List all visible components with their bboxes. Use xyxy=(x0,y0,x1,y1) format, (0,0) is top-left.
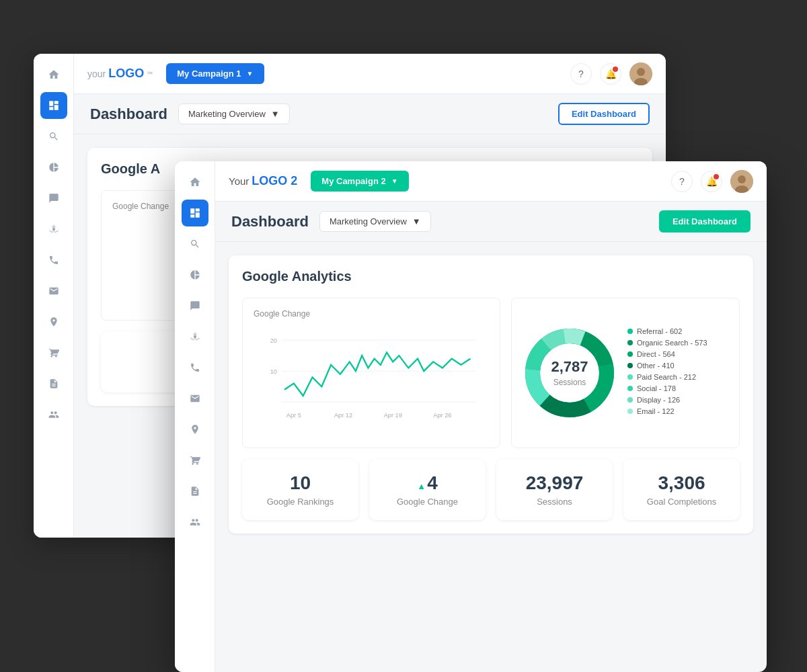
sidebar-phone-back[interactable] xyxy=(40,247,67,274)
logo-name-front: LOGO 2 xyxy=(252,174,297,188)
sidebar-users-front[interactable] xyxy=(182,509,208,536)
stat-card-0: 10 Google Rankings xyxy=(242,459,358,520)
stat-label-0: Google Rankings xyxy=(256,497,345,507)
legend-dot-1 xyxy=(627,340,633,345)
stat-card-3: 3,306 Goal Completions xyxy=(623,459,740,520)
svg-point-2 xyxy=(637,68,645,76)
sidebar-satellite-front[interactable] xyxy=(182,323,208,350)
marketing-dropdown-front[interactable]: Marketing Overview ▼ xyxy=(319,211,431,232)
donut-wrapper: 2,787 Sessions xyxy=(523,326,617,420)
legend-item-7: Email - 122 xyxy=(627,407,728,415)
dash-header-back: Dashboard Marketing Overview ▼ Edit Dash… xyxy=(74,94,666,134)
sidebar-satellite-back[interactable] xyxy=(40,216,67,243)
donut-chart-front: 2,787 Sessions Referral - 602 xyxy=(511,298,740,448)
window-front: Your LOGO 2 My Campaign 2 ▼ ? 🔔 Dashboar… xyxy=(175,161,767,672)
logo-name-back: LOGO xyxy=(108,67,144,81)
sidebar-location-front[interactable] xyxy=(182,416,208,443)
svg-text:Apr 26: Apr 26 xyxy=(433,412,451,419)
legend-dot-4 xyxy=(627,374,633,380)
svg-point-0 xyxy=(52,228,55,230)
sidebar-search-back[interactable] xyxy=(40,123,67,150)
donut-center: 2,787 Sessions xyxy=(551,358,588,388)
notification-btn-back[interactable]: 🔔 xyxy=(600,63,621,85)
legend-dot-3 xyxy=(627,363,633,368)
legend-item-0: Referral - 602 xyxy=(627,327,728,335)
sidebar-home-front[interactable] xyxy=(182,169,208,196)
sidebar-doc-front[interactable] xyxy=(182,478,208,505)
sidebar-back xyxy=(34,54,74,538)
stat-value-0: 10 xyxy=(256,472,345,494)
logo-your-front: Your xyxy=(229,175,249,187)
legend-item-4: Paid Search - 212 xyxy=(627,373,728,381)
stat-card-1: ▲4 Google Change xyxy=(369,459,486,520)
sidebar-users-back[interactable] xyxy=(40,401,67,428)
topbar-right-front: ? 🔔 xyxy=(671,170,753,193)
stat-value-2: 23,997 xyxy=(510,472,599,494)
donut-legend: Referral - 602 Organic Search - 573 Dire… xyxy=(627,327,728,419)
notification-btn-front[interactable]: 🔔 xyxy=(701,171,722,192)
dash-title-front: Dashboard xyxy=(231,213,309,230)
legend-dot-5 xyxy=(627,386,633,391)
stat-value-1: ▲4 xyxy=(383,472,472,494)
sidebar-chat-front[interactable] xyxy=(182,292,208,319)
logo-front: Your LOGO 2 xyxy=(229,174,297,188)
svg-text:Apr 19: Apr 19 xyxy=(384,412,402,419)
edit-dashboard-btn-front[interactable]: Edit Dashboard xyxy=(659,210,751,233)
sidebar-dashboard-back[interactable] xyxy=(40,92,67,119)
sidebar-home-back[interactable] xyxy=(40,61,67,88)
dash-title-back: Dashboard xyxy=(90,106,167,123)
stat-label-2: Sessions xyxy=(510,497,599,507)
sidebar-phone-front[interactable] xyxy=(182,354,208,381)
sidebar-pie-front[interactable] xyxy=(182,261,208,288)
svg-text:Apr 5: Apr 5 xyxy=(286,412,301,419)
campaign-btn-front[interactable]: My Campaign 2 ▼ xyxy=(311,171,408,192)
campaign-chevron-back: ▼ xyxy=(247,70,254,77)
sidebar-chat-back[interactable] xyxy=(40,185,67,212)
sidebar-email-front[interactable] xyxy=(182,385,208,412)
topbar-right-back: ? 🔔 xyxy=(570,62,652,85)
chart-svg-front: 20 10 Apr 5 Apr 12 Apr 19 Apr 26 xyxy=(254,327,489,434)
donut-label: Sessions xyxy=(553,378,586,387)
sidebar-cart-front[interactable] xyxy=(182,447,208,474)
topbar-back: your LOGO ™ My Campaign 1 ▼ ? 🔔 xyxy=(74,54,666,94)
marketing-dropdown-back[interactable]: Marketing Overview ▼ xyxy=(178,103,290,124)
legend-item-3: Other - 410 xyxy=(627,362,728,370)
sidebar-location-back[interactable] xyxy=(40,308,67,335)
chart-label-front: Google Change xyxy=(254,309,489,319)
svg-text:Apr 12: Apr 12 xyxy=(334,412,352,419)
logo-your-back: your xyxy=(87,69,106,79)
sidebar-email-back[interactable] xyxy=(40,278,67,304)
legend-item-1: Organic Search - 573 xyxy=(627,339,728,347)
help-btn-back[interactable]: ? xyxy=(570,63,592,85)
avatar-front[interactable] xyxy=(730,170,753,193)
avatar-back[interactable] xyxy=(629,62,652,85)
legend-item-5: Social - 178 xyxy=(627,384,728,392)
stats-row-front: 10 Google Rankings ▲4 Google Change 23,9… xyxy=(242,459,740,520)
campaign-btn-back[interactable]: My Campaign 1 ▼ xyxy=(166,63,264,84)
legend-dot-2 xyxy=(627,351,633,357)
dash-header-front: Dashboard Marketing Overview ▼ Edit Dash… xyxy=(215,202,767,242)
sidebar-search-front[interactable] xyxy=(182,230,208,257)
sidebar-dashboard-front[interactable] xyxy=(182,200,208,226)
svg-text:10: 10 xyxy=(270,368,277,375)
legend-item-2: Direct - 564 xyxy=(627,350,728,358)
stat-label-1: Google Change xyxy=(383,497,472,507)
campaign-chevron-front: ▼ xyxy=(391,177,398,185)
svg-text:20: 20 xyxy=(270,337,277,344)
edit-dashboard-btn-back[interactable]: Edit Dashboard xyxy=(558,103,650,125)
help-btn-front[interactable]: ? xyxy=(671,171,693,192)
legend-dot-6 xyxy=(627,397,633,403)
analytics-card-front: Google Analytics Google Change 20 xyxy=(229,255,753,534)
legend-dot-0 xyxy=(627,329,633,334)
stat-label-3: Goal Completions xyxy=(637,497,726,507)
legend-item-6: Display - 126 xyxy=(627,396,728,404)
sidebar-cart-back[interactable] xyxy=(40,339,67,366)
sidebar-pie-back[interactable] xyxy=(40,154,67,181)
stat-change-1: ▲ xyxy=(417,481,426,491)
svg-point-12 xyxy=(738,175,746,183)
sidebar-front xyxy=(175,161,215,672)
main-content-front: Google Analytics Google Change 20 xyxy=(215,242,767,672)
logo-back: your LOGO ™ xyxy=(87,67,153,81)
stat-card-2: 23,997 Sessions xyxy=(496,459,613,520)
sidebar-doc-back[interactable] xyxy=(40,370,67,397)
